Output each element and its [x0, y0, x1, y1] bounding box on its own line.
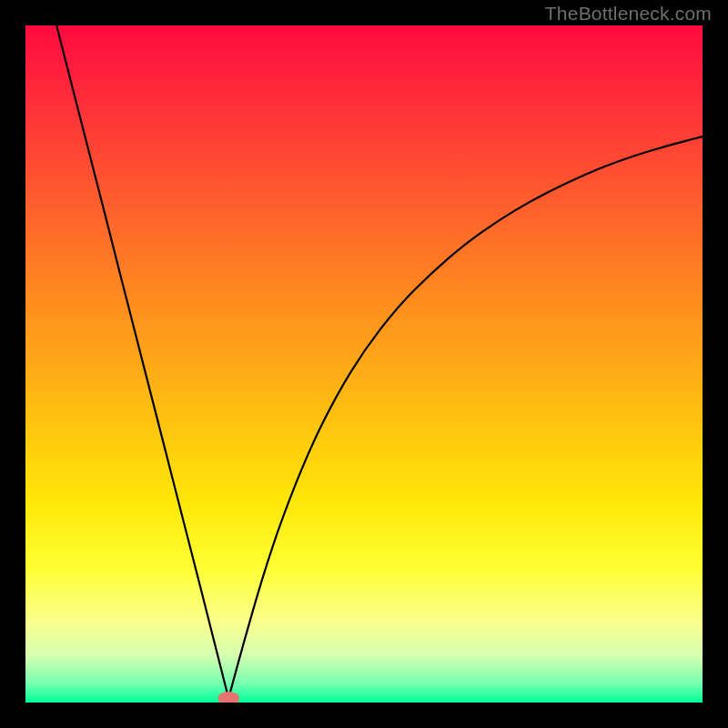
- gradient-background: [25, 25, 703, 703]
- chart-frame: [25, 25, 703, 703]
- bottleneck-chart: [25, 25, 703, 703]
- watermark-text: TheBottleneck.com: [545, 3, 712, 25]
